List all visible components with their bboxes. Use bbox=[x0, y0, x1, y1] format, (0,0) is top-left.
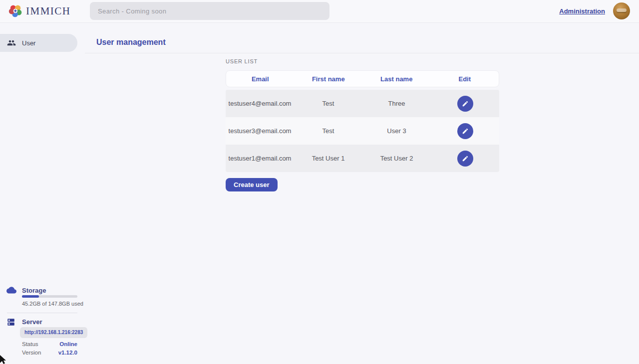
sidebar-divider bbox=[7, 313, 77, 313]
mouse-cursor bbox=[0, 355, 8, 364]
server-icon bbox=[6, 318, 15, 329]
table-row: testuser1@email.com Test User 1 Test Use… bbox=[226, 145, 499, 172]
cell-first-name: Test bbox=[294, 127, 362, 135]
edit-user-button[interactable] bbox=[457, 151, 473, 167]
cell-first-name: Test bbox=[294, 100, 362, 107]
pencil-icon bbox=[462, 128, 469, 135]
storage-progress-fill bbox=[22, 295, 39, 298]
status-value: Online bbox=[59, 341, 77, 347]
server-version-row: Version v1.12.0 bbox=[22, 350, 77, 356]
sidebar-item-label: User bbox=[22, 39, 35, 47]
server-status-row: Status Online bbox=[22, 341, 77, 347]
column-header-first-name: First name bbox=[295, 75, 363, 83]
column-header-email: Email bbox=[226, 75, 295, 83]
users-icon bbox=[7, 38, 16, 47]
cell-last-name: Three bbox=[362, 100, 431, 107]
cloud-icon bbox=[6, 286, 16, 296]
sidebar-item-user[interactable]: User bbox=[0, 34, 77, 52]
create-user-button[interactable]: Create user bbox=[226, 178, 278, 191]
table-row: testuser3@email.com Test User 3 bbox=[226, 117, 499, 145]
table-row: testuser4@email.com Test Three bbox=[226, 90, 499, 117]
edit-user-button[interactable] bbox=[457, 96, 473, 112]
logo-wordmark: IMMICH bbox=[26, 5, 71, 17]
cell-email: testuser1@email.com bbox=[226, 155, 294, 162]
cell-last-name: Test User 2 bbox=[362, 155, 431, 162]
cell-email: testuser4@email.com bbox=[226, 100, 294, 107]
version-label: Version bbox=[22, 350, 41, 356]
user-avatar[interactable] bbox=[613, 2, 630, 19]
title-divider bbox=[85, 53, 639, 53]
immich-flower-icon bbox=[8, 3, 23, 18]
user-table-body: testuser4@email.com Test Three testuser3… bbox=[226, 90, 499, 172]
storage-usage-text: 45.2GB of 147.8GB used bbox=[22, 301, 83, 307]
version-value: v1.12.0 bbox=[58, 350, 77, 356]
cell-last-name: User 3 bbox=[362, 127, 431, 135]
cell-first-name: Test User 1 bbox=[294, 155, 362, 162]
server-title: Server bbox=[22, 318, 42, 326]
pencil-icon bbox=[462, 100, 469, 107]
storage-progress-bar bbox=[22, 295, 77, 298]
storage-title: Storage bbox=[22, 287, 46, 294]
top-navbar: IMMICH Administration bbox=[0, 0, 639, 23]
user-table-header: Email First name Last name Edit bbox=[226, 70, 499, 87]
pencil-icon bbox=[462, 155, 469, 162]
status-label: Status bbox=[22, 341, 38, 347]
column-header-last-name: Last name bbox=[362, 75, 431, 83]
server-url-badge: http://192.168.1.216:2283 bbox=[20, 327, 87, 338]
edit-user-button[interactable] bbox=[457, 123, 473, 139]
app-logo: IMMICH bbox=[8, 3, 71, 18]
user-list-section-label: USER LIST bbox=[226, 58, 258, 64]
cell-email: testuser3@email.com bbox=[226, 127, 294, 135]
page-title: User management bbox=[96, 38, 166, 47]
administration-link[interactable]: Administration bbox=[559, 7, 605, 15]
search-input[interactable] bbox=[90, 2, 329, 20]
column-header-edit: Edit bbox=[431, 75, 499, 83]
